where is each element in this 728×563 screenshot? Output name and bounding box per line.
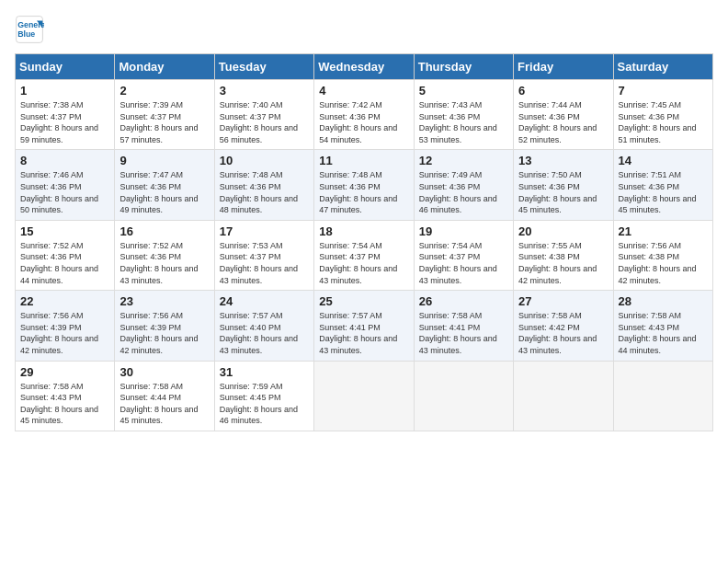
daylight-label: Daylight: 8 hours and 47 minutes. xyxy=(319,194,397,215)
sunrise-label: Sunrise: 7:58 AM xyxy=(20,382,84,391)
sunset-label: Sunset: 4:40 PM xyxy=(220,323,281,332)
day-info: Sunrise: 7:48 AM Sunset: 4:36 PM Dayligh… xyxy=(220,169,309,215)
day-number: 12 xyxy=(419,154,508,167)
day-info: Sunrise: 7:50 AM Sunset: 4:36 PM Dayligh… xyxy=(518,169,608,215)
day-number: 31 xyxy=(220,365,309,379)
sunset-label: Sunset: 4:36 PM xyxy=(419,182,481,191)
day-number: 24 xyxy=(220,294,309,308)
calendar-week-row: 29 Sunrise: 7:58 AM Sunset: 4:43 PM Dayl… xyxy=(16,361,713,431)
calendar-day-cell: 30 Sunrise: 7:58 AM Sunset: 4:44 PM Dayl… xyxy=(115,361,214,431)
day-info: Sunrise: 7:58 AM Sunset: 4:44 PM Dayligh… xyxy=(119,381,209,427)
day-number: 1 xyxy=(20,84,109,98)
calendar-day-cell: 18 Sunrise: 7:54 AM Sunset: 4:37 PM Dayl… xyxy=(314,220,414,290)
sunrise-label: Sunrise: 7:52 AM xyxy=(20,241,84,250)
daylight-label: Daylight: 8 hours and 54 minutes. xyxy=(319,123,397,144)
sunset-label: Sunset: 4:36 PM xyxy=(518,182,580,191)
sunrise-label: Sunrise: 7:40 AM xyxy=(220,100,283,109)
calendar-day-cell: 11 Sunrise: 7:48 AM Sunset: 4:36 PM Dayl… xyxy=(314,150,414,220)
sunset-label: Sunset: 4:36 PM xyxy=(20,182,82,191)
sunrise-label: Sunrise: 7:54 AM xyxy=(419,241,483,250)
sunset-label: Sunset: 4:43 PM xyxy=(619,323,680,332)
day-number: 18 xyxy=(319,224,408,238)
calendar-week-row: 15 Sunrise: 7:52 AM Sunset: 4:36 PM Dayl… xyxy=(16,220,713,290)
day-number: 8 xyxy=(20,154,109,167)
calendar-table: SundayMondayTuesdayWednesdayThursdayFrid… xyxy=(15,53,713,431)
sunrise-label: Sunrise: 7:54 AM xyxy=(319,241,382,250)
daylight-label: Daylight: 8 hours and 42 minutes. xyxy=(518,264,597,285)
day-number: 17 xyxy=(220,224,309,238)
sunrise-label: Sunrise: 7:52 AM xyxy=(119,241,183,250)
daylight-label: Daylight: 8 hours and 42 minutes. xyxy=(619,264,697,285)
logo-icon: General Blue xyxy=(15,15,44,44)
sunset-label: Sunset: 4:41 PM xyxy=(419,323,481,332)
day-info: Sunrise: 7:42 AM Sunset: 4:36 PM Dayligh… xyxy=(319,99,408,145)
sunrise-label: Sunrise: 7:43 AM xyxy=(419,100,483,109)
weekday-header: Saturday xyxy=(613,54,712,80)
day-number: 16 xyxy=(119,224,209,238)
sunset-label: Sunset: 4:36 PM xyxy=(319,112,381,121)
daylight-label: Daylight: 8 hours and 43 minutes. xyxy=(518,334,597,355)
daylight-label: Daylight: 8 hours and 43 minutes. xyxy=(319,264,397,285)
sunrise-label: Sunrise: 7:47 AM xyxy=(119,170,183,179)
calendar-day-cell: 21 Sunrise: 7:56 AM Sunset: 4:38 PM Dayl… xyxy=(613,220,712,290)
day-info: Sunrise: 7:39 AM Sunset: 4:37 PM Dayligh… xyxy=(119,99,209,145)
calendar-day-cell: 6 Sunrise: 7:44 AM Sunset: 4:36 PM Dayli… xyxy=(514,80,613,150)
daylight-label: Daylight: 8 hours and 45 minutes. xyxy=(619,194,697,215)
weekday-header: Tuesday xyxy=(214,54,313,80)
day-number: 4 xyxy=(319,84,408,98)
daylight-label: Daylight: 8 hours and 43 minutes. xyxy=(419,334,497,355)
calendar-day-cell: 7 Sunrise: 7:45 AM Sunset: 4:36 PM Dayli… xyxy=(613,80,712,150)
daylight-label: Daylight: 8 hours and 50 minutes. xyxy=(20,194,98,215)
sunrise-label: Sunrise: 7:55 AM xyxy=(518,241,582,250)
calendar-day-cell: 5 Sunrise: 7:43 AM Sunset: 4:36 PM Dayli… xyxy=(414,80,513,150)
day-number: 19 xyxy=(419,224,508,238)
day-number: 28 xyxy=(619,294,708,308)
daylight-label: Daylight: 8 hours and 43 minutes. xyxy=(419,264,497,285)
sunrise-label: Sunrise: 7:56 AM xyxy=(20,311,84,320)
weekday-header: Sunday xyxy=(16,54,115,80)
sunset-label: Sunset: 4:44 PM xyxy=(119,393,181,402)
sunset-label: Sunset: 4:36 PM xyxy=(119,182,181,191)
sunrise-label: Sunrise: 7:58 AM xyxy=(619,311,682,320)
calendar-day-cell: 14 Sunrise: 7:51 AM Sunset: 4:36 PM Dayl… xyxy=(613,150,712,220)
day-info: Sunrise: 7:58 AM Sunset: 4:42 PM Dayligh… xyxy=(518,310,608,356)
day-number: 22 xyxy=(20,294,109,308)
day-info: Sunrise: 7:57 AM Sunset: 4:41 PM Dayligh… xyxy=(319,310,408,356)
sunrise-label: Sunrise: 7:59 AM xyxy=(220,382,283,391)
calendar-day-cell: 26 Sunrise: 7:58 AM Sunset: 4:41 PM Dayl… xyxy=(414,291,513,361)
calendar-day-cell: 29 Sunrise: 7:58 AM Sunset: 4:43 PM Dayl… xyxy=(16,361,115,431)
day-number: 10 xyxy=(220,154,309,167)
sunrise-label: Sunrise: 7:51 AM xyxy=(619,170,682,179)
daylight-label: Daylight: 8 hours and 59 minutes. xyxy=(20,123,98,144)
day-info: Sunrise: 7:48 AM Sunset: 4:36 PM Dayligh… xyxy=(319,169,408,215)
calendar-day-cell xyxy=(314,361,414,431)
calendar-day-cell: 15 Sunrise: 7:52 AM Sunset: 4:36 PM Dayl… xyxy=(16,220,115,290)
day-info: Sunrise: 7:47 AM Sunset: 4:36 PM Dayligh… xyxy=(119,169,209,215)
day-info: Sunrise: 7:56 AM Sunset: 4:39 PM Dayligh… xyxy=(119,310,209,356)
calendar-day-cell: 25 Sunrise: 7:57 AM Sunset: 4:41 PM Dayl… xyxy=(314,291,414,361)
calendar-day-cell: 8 Sunrise: 7:46 AM Sunset: 4:36 PM Dayli… xyxy=(16,150,115,220)
sunset-label: Sunset: 4:36 PM xyxy=(419,112,481,121)
day-number: 7 xyxy=(619,84,708,98)
sunset-label: Sunset: 4:37 PM xyxy=(20,112,82,121)
daylight-label: Daylight: 8 hours and 43 minutes. xyxy=(220,334,298,355)
calendar-day-cell: 16 Sunrise: 7:52 AM Sunset: 4:36 PM Dayl… xyxy=(115,220,214,290)
calendar-day-cell xyxy=(414,361,513,431)
calendar-week-row: 1 Sunrise: 7:38 AM Sunset: 4:37 PM Dayli… xyxy=(16,80,713,150)
daylight-label: Daylight: 8 hours and 48 minutes. xyxy=(220,194,298,215)
day-number: 14 xyxy=(619,154,708,167)
daylight-label: Daylight: 8 hours and 43 minutes. xyxy=(220,264,298,285)
calendar-day-cell: 4 Sunrise: 7:42 AM Sunset: 4:36 PM Dayli… xyxy=(314,80,414,150)
sunset-label: Sunset: 4:37 PM xyxy=(119,112,181,121)
sunrise-label: Sunrise: 7:58 AM xyxy=(518,311,582,320)
daylight-label: Daylight: 8 hours and 57 minutes. xyxy=(119,123,198,144)
daylight-label: Daylight: 8 hours and 45 minutes. xyxy=(518,194,597,215)
daylight-label: Daylight: 8 hours and 45 minutes. xyxy=(119,405,198,426)
calendar-day-cell: 1 Sunrise: 7:38 AM Sunset: 4:37 PM Dayli… xyxy=(16,80,115,150)
day-info: Sunrise: 7:40 AM Sunset: 4:37 PM Dayligh… xyxy=(220,99,309,145)
weekday-header: Wednesday xyxy=(314,54,414,80)
sunset-label: Sunset: 4:38 PM xyxy=(518,252,580,261)
sunset-label: Sunset: 4:37 PM xyxy=(419,252,481,261)
day-info: Sunrise: 7:56 AM Sunset: 4:39 PM Dayligh… xyxy=(20,310,109,356)
sunset-label: Sunset: 4:38 PM xyxy=(619,252,680,261)
